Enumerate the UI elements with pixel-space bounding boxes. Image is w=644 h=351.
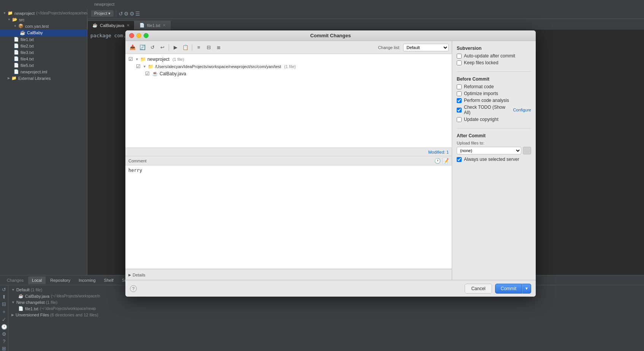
upload-row: (none) … [457, 147, 531, 154]
tree-item-project[interactable]: ▼ 📁 newproject (~/IdeaProjects/workspace… [0, 10, 87, 16]
txt-icon: 📄 [14, 50, 19, 55]
section-divider-1 [457, 71, 531, 72]
file-tree-project[interactable]: ☑ ▼ 📁 newproject (1 file) [125, 56, 452, 63]
toolbar-layout-icon[interactable]: ☰ [135, 11, 140, 17]
always-server-checkbox[interactable] [457, 157, 462, 162]
comment-input[interactable]: <span class="comment-highlight">herry</s… [125, 165, 452, 268]
tab-close-calababy[interactable]: ✕ [127, 23, 130, 27]
code-analysis-row: Perform code analysis [457, 98, 531, 103]
question-icon: ? [132, 286, 134, 291]
auto-update-checkbox[interactable] [457, 54, 462, 59]
dialog-toolbar: 📥 🔄 ↺ ↩ ▶ 📋 [125, 41, 452, 54]
commit-arrow-button[interactable]: ▼ [522, 284, 531, 294]
comment-section: Comment 🕐 📝 <span class="comment-highlig… [125, 156, 452, 269]
dialog-close-button[interactable] [129, 33, 134, 38]
tool-update-btn[interactable]: 🔄 [138, 43, 147, 52]
changelist-dropdown[interactable]: Default [403, 44, 449, 51]
tool-run-btn[interactable]: ▶ [171, 43, 180, 52]
toolbar-settings-icon[interactable]: ⚙ [124, 11, 129, 17]
tree-item-file3[interactable]: 📄 file3.txt [0, 49, 87, 56]
keep-locked-checkbox[interactable] [457, 60, 462, 65]
update-copyright-checkbox[interactable] [457, 117, 462, 122]
file-tree-calababy[interactable]: ☑ ☕ CalBaby.java [125, 70, 452, 77]
tool-copy-btn[interactable]: 📋 [181, 43, 190, 52]
expand-icon[interactable]: ⊞ [2, 346, 6, 351]
tree-item-file4[interactable]: 📄 file4.txt [0, 56, 87, 62]
details-bar[interactable]: ▶ Details [125, 269, 452, 280]
tree-label: file1.txt [21, 37, 34, 42]
tree-label: file3.txt [21, 50, 34, 55]
code-analysis-checkbox[interactable] [457, 98, 462, 103]
tree-item-src[interactable]: ▼ 📂 src [0, 16, 87, 23]
bottom-tab-incoming[interactable]: Incoming [75, 276, 100, 284]
bottom-tab-changes[interactable]: Changes [3, 276, 27, 284]
tab-calababy[interactable]: ☕ CalBaby.java ✕ [87, 21, 134, 30]
toolbar-gear-icon[interactable]: ⚙ [130, 11, 134, 17]
tab-file1[interactable]: 📄 file1.txt ✕ [134, 21, 171, 30]
dialog-maximize-button[interactable] [144, 33, 149, 38]
changelist-unversioned[interactable]: ▶ Unversioned Files (6 directories and 1… [11, 312, 641, 318]
folder-icon: 📂 [12, 17, 17, 22]
cancel-button[interactable]: Cancel [465, 284, 492, 294]
txt-icon: 📄 [14, 63, 19, 68]
checkbox-path[interactable]: ☑ [136, 64, 141, 69]
package-icon: 📦 [18, 24, 24, 29]
reformat-checkbox[interactable] [457, 84, 462, 89]
menu-icon: ≡ [197, 44, 200, 50]
changelist-new[interactable]: ▼ New changelist (1 file) [11, 299, 641, 305]
code-analysis-label: Perform code analysis [464, 98, 509, 103]
changelist-file1[interactable]: 📄 file1.txt (~/ IdeaProjects/workspace/n… [11, 305, 641, 312]
undo-icon: ↩ [160, 44, 165, 50]
tree-item-iml[interactable]: 📄 newproject.iml [0, 68, 87, 75]
help-icon[interactable]: ? [3, 338, 5, 344]
before-commit-section: Before Commit Reformat code Optimize imp… [457, 76, 531, 124]
copy-icon: 📋 [182, 44, 188, 50]
tab-close-file1[interactable]: ✕ [163, 23, 166, 27]
toolbar-refresh-icon[interactable]: ↺ [119, 11, 123, 17]
tool-undo-btn[interactable]: ↩ [158, 43, 166, 52]
help-button[interactable]: ? [130, 285, 137, 292]
gear-icon[interactable]: ⚙ [2, 331, 6, 337]
history-icon[interactable]: 🕐 [1, 324, 7, 330]
tree-item-file5[interactable]: 📄 file5.txt [0, 62, 87, 68]
diff-icon[interactable]: ⊟ [2, 301, 6, 307]
commit-icon[interactable]: ✓ [2, 317, 6, 322]
configure-link[interactable]: Configure [513, 108, 531, 112]
bottom-tab-repository[interactable]: Repository [46, 276, 74, 284]
checkbox-calababy[interactable]: ☑ [145, 71, 150, 76]
tree-item-package[interactable]: ▼ 📦 com.yan.test [0, 23, 87, 29]
tool-sync-btn[interactable]: ↺ [148, 43, 157, 52]
tree-item-calababy[interactable]: ☕ CalBaby [0, 29, 87, 36]
tree-item-file2[interactable]: 📄 file2.txt [0, 43, 87, 49]
collapse-icon: ⊟ [207, 44, 211, 50]
tree-item-external-libs[interactable]: ▶ 📁 External Libraries [0, 75, 87, 81]
tree-label: com.yan.test [25, 24, 49, 29]
optimize-label: Optimize imports [464, 91, 498, 96]
update-icon[interactable]: ⬆ [2, 294, 6, 300]
refresh-icon[interactable]: ↺ [2, 287, 6, 292]
after-commit-title: After Commit [457, 133, 531, 138]
tree-item-file1[interactable]: 📄 file1.txt [0, 36, 87, 43]
project-dropdown[interactable]: Project ▾ [91, 10, 114, 17]
tool-menu-btn[interactable]: ≡ [195, 43, 203, 52]
changelist-label: Unversioned Files (6 directories and 12 … [16, 313, 98, 317]
checkbox-project[interactable]: ☑ [128, 56, 133, 62]
add-icon[interactable]: ＋ [2, 308, 6, 315]
reformat-row: Reformat code [457, 84, 531, 89]
file-tree-path[interactable]: ☑ ▼ 📁 /Users/alecyan/IdeaProjects/worksp… [125, 63, 452, 70]
tool-expand-btn[interactable]: ≣ [214, 43, 223, 52]
check-todo-checkbox[interactable] [457, 108, 462, 113]
tool-refresh-btn[interactable]: 📥 [128, 43, 137, 52]
recent-comments-icon[interactable]: 🕐 [434, 158, 441, 164]
optimize-checkbox[interactable] [457, 91, 462, 96]
bottom-tab-local[interactable]: Local [28, 276, 46, 284]
upload-dots-button[interactable]: … [523, 147, 531, 154]
dialog-minimize-button[interactable] [136, 33, 141, 38]
upload-select[interactable]: (none) [457, 147, 521, 154]
auto-update-label: Auto-update after commit [464, 53, 515, 59]
tool-collapse-btn[interactable]: ⊟ [204, 43, 213, 52]
commit-button[interactable]: Commit [495, 284, 522, 294]
commit-msg-icon[interactable]: 📝 [442, 158, 449, 164]
subversion-title: Subversion [457, 46, 531, 51]
bottom-tab-shelf[interactable]: Shelf [100, 276, 117, 284]
